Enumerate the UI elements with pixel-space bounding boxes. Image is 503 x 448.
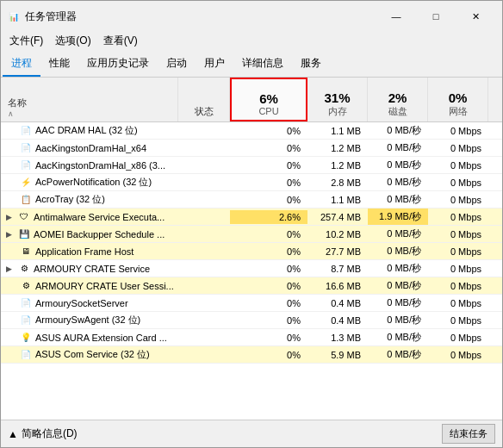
process-network-cell: 0 Mbps	[428, 314, 488, 327]
table-row[interactable]: ▶💾AOMEI Backupper Schedule ...0%10.2 MB0…	[1, 226, 502, 243]
tab-users[interactable]: 用户	[196, 52, 233, 77]
col-header-cpu[interactable]: 6% CPU	[230, 78, 307, 121]
tab-history[interactable]: 应用历史记录	[78, 52, 158, 77]
process-disk-cell: 0 MB/秒	[368, 191, 428, 208]
process-icon: 🛡	[18, 211, 30, 223]
table-row[interactable]: 📄AAC DRAM HAL (32 位)0%1.1 MB0 MB/秒0 Mbps	[1, 122, 502, 140]
table-row[interactable]: 📄ASUS Com Service (32 位)0%5.9 MB0 MB/秒0 …	[1, 346, 502, 364]
process-status-cell	[178, 129, 230, 133]
tab-process[interactable]: 进程	[3, 52, 40, 77]
process-icon: 📄	[20, 297, 32, 309]
table-row[interactable]: ▶🛡Antimalware Service Executa...2.6%257.…	[1, 208, 502, 226]
process-icon: 📄	[20, 314, 32, 327]
process-memory-cell: 2.8 MB	[307, 176, 368, 190]
col-mem-label: 内存	[328, 105, 347, 118]
process-icon: 📄	[20, 125, 32, 137]
process-name-text: AcroTray (32 位)	[35, 193, 105, 206]
col-net-label: 网络	[449, 105, 468, 118]
process-status-cell	[178, 146, 230, 150]
process-memory-cell: 5.9 MB	[307, 348, 368, 362]
table-row[interactable]: ⚙ARMOURY CRATE User Sessi...0%16.6 MB0 M…	[1, 277, 502, 295]
process-name-cell: 📄AacKingstonDramHal_x86 (3...	[1, 158, 178, 173]
process-name-cell: 📄AAC DRAM HAL (32 位)	[1, 122, 178, 139]
col-name-label: 名称	[8, 96, 27, 109]
end-task-button[interactable]: 结束任务	[442, 424, 495, 444]
table-row[interactable]: ▶⚙ARMOURY CRATE Service0%8.7 MB0 MB/秒0 M…	[1, 260, 502, 277]
minimize-button[interactable]: —	[376, 6, 416, 27]
process-icon: 💾	[18, 228, 30, 240]
menu-file[interactable]: 文件(F)	[4, 32, 48, 50]
process-status-cell	[178, 250, 230, 253]
col-header-status[interactable]: 状态	[178, 78, 230, 121]
table-row[interactable]: ⚡AcPowerNotification (32 位)0%2.8 MB0 MB/…	[1, 174, 502, 191]
close-button[interactable]: ✕	[456, 6, 495, 27]
tab-details[interactable]: 详细信息	[233, 52, 292, 77]
col-header-disk[interactable]: 2% 磁盘	[368, 78, 428, 121]
table-row[interactable]: 💡ASUS AURA Extension Card ...0%1.3 MB0 M…	[1, 329, 502, 346]
process-network-cell: 0 Mbps	[428, 279, 488, 293]
expand-icon[interactable]: ▶	[6, 230, 15, 239]
process-memory-cell: 10.2 MB	[307, 227, 368, 241]
col-header-memory[interactable]: 31% 内存	[307, 78, 368, 121]
process-cpu-cell: 2.6%	[230, 210, 307, 224]
table-row[interactable]: 📄AacKingstonDramHal_x86 (3...0%1.2 MB0 M…	[1, 157, 502, 174]
process-name-text: ArmourySocketServer	[35, 298, 128, 308]
col-header-name[interactable]: 名称 ∧	[1, 78, 178, 121]
tab-services[interactable]: 服务	[292, 52, 330, 77]
menu-options[interactable]: 选项(O)	[50, 32, 96, 50]
maximize-button[interactable]: □	[416, 6, 456, 27]
process-name-cell: ▶💾AOMEI Backupper Schedule ...	[1, 227, 178, 242]
window-controls: — □ ✕	[376, 6, 495, 27]
summary-label[interactable]: 简略信息(D)	[22, 426, 78, 441]
process-name-text: ASUS Com Service (32 位)	[35, 348, 150, 361]
table-row[interactable]: 📄AacKingstonDramHal_x640%1.2 MB0 MB/秒0 M…	[1, 140, 502, 157]
process-icon: 🖥	[20, 246, 32, 258]
process-name-text: AacKingstonDramHal_x86 (3...	[35, 160, 165, 171]
menu-view[interactable]: 查看(V)	[98, 32, 143, 50]
col-status-label: 状态	[195, 105, 214, 118]
summary-toggle[interactable]: ▲ 简略信息(D)	[8, 426, 78, 441]
table-row[interactable]: 📋AcroTray (32 位)0%1.1 MB0 MB/秒0 Mbps	[1, 191, 502, 208]
process-name-cell: ▶⚙ARMOURY CRATE Service	[1, 261, 178, 277]
process-status-cell	[178, 198, 230, 202]
tab-startup[interactable]: 启动	[158, 52, 196, 77]
process-name-cell: 🖥Application Frame Host	[1, 244, 178, 259]
process-name-cell: ⚡AcPowerNotification (32 位)	[1, 174, 178, 190]
process-memory-cell: 0.4 MB	[307, 314, 368, 327]
process-name-text: ASUS AURA Extension Card ...	[35, 333, 167, 343]
process-name-cell: 📄AacKingstonDramHal_x64	[1, 140, 178, 156]
chevron-up-icon: ▲	[8, 428, 18, 440]
process-status-cell	[178, 353, 230, 357]
expand-icon[interactable]: ▶	[6, 213, 15, 221]
process-cpu-cell: 0%	[230, 141, 307, 155]
tab-performance[interactable]: 性能	[40, 52, 78, 77]
process-cpu-cell: 0%	[230, 227, 307, 241]
process-disk-cell: 0 MB/秒	[368, 260, 428, 277]
process-cpu-cell: 0%	[230, 193, 307, 207]
process-status-cell	[178, 284, 230, 288]
col-header-network[interactable]: 0% 网络	[428, 78, 488, 121]
table-row[interactable]: 🖥Application Frame Host0%27.7 MB0 MB/秒0 …	[1, 243, 502, 260]
process-name-cell: 📄ArmourySocketServer	[1, 296, 178, 311]
process-network-cell: 0 Mbps	[428, 262, 488, 276]
table-body[interactable]: 📄AAC DRAM HAL (32 位)0%1.1 MB0 MB/秒0 Mbps…	[1, 122, 502, 420]
table-row[interactable]: 📄ArmourySocketServer0%0.4 MB0 MB/秒0 Mbps	[1, 295, 502, 312]
process-cpu-cell: 0%	[230, 279, 307, 293]
process-name-text: ARMOURY CRATE User Sessi...	[35, 281, 174, 291]
app-icon: 📊	[8, 10, 20, 22]
process-cpu-cell: 0%	[230, 159, 307, 172]
process-icon: 💡	[20, 332, 32, 344]
title-bar: 📊 任务管理器 — □ ✕	[1, 1, 502, 30]
process-name-cell: ⚙ARMOURY CRATE User Sessi...	[1, 278, 178, 294]
process-cpu-cell: 0%	[230, 331, 307, 345]
table-row[interactable]: 📄ArmourySwAgent (32 位)0%0.4 MB0 MB/秒0 Mb…	[1, 312, 502, 329]
title-bar-left: 📊 任务管理器	[8, 9, 77, 24]
expand-icon[interactable]: ▶	[6, 264, 15, 273]
col-cpu-percent: 6%	[259, 91, 278, 106]
content-area: 名称 ∧ 状态 6% CPU 31% 内存 2% 磁盘 0% 网络	[1, 78, 502, 420]
process-memory-cell: 1.2 MB	[307, 159, 368, 172]
process-status-cell	[178, 181, 230, 184]
process-name-text: ARMOURY CRATE Service	[34, 264, 150, 274]
process-icon: 📄	[20, 159, 32, 171]
process-network-cell: 0 Mbps	[428, 331, 488, 345]
